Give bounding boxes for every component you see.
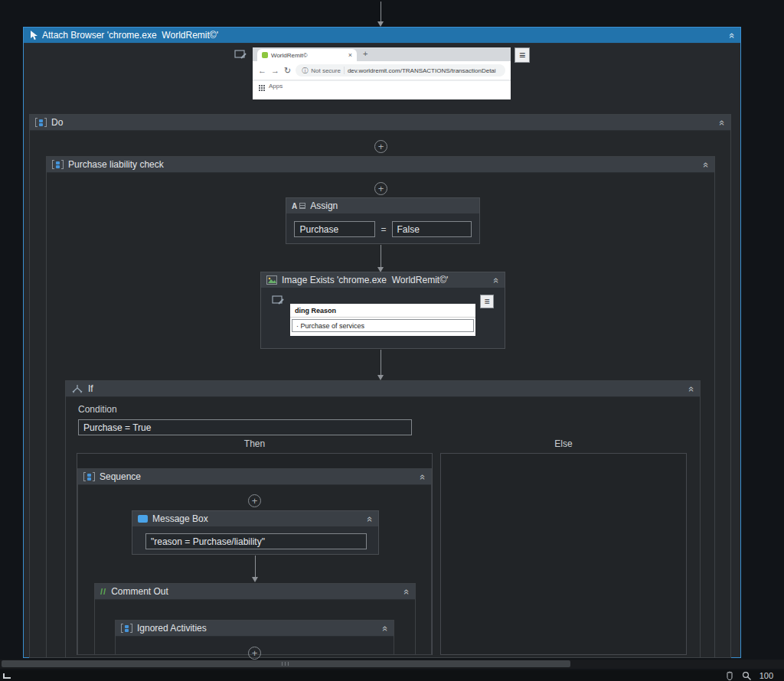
- sequence-icon: [35, 118, 47, 127]
- sequence-icon: [83, 472, 95, 481]
- assign-header[interactable]: A Assign: [286, 198, 479, 214]
- collapse-icon[interactable]: «: [402, 588, 412, 594]
- close-tab-icon: ×: [348, 51, 352, 59]
- attach-browser-title: Attach Browser 'chrome.exe WorldRemit©': [42, 30, 725, 41]
- workflow-designer: Attach Browser 'chrome.exe WorldRemit©' …: [0, 0, 784, 681]
- condition-input[interactable]: Purchase = True: [78, 419, 412, 435]
- connector-line: [381, 350, 381, 375]
- image-icon: [266, 275, 277, 285]
- connector-line: [381, 245, 381, 267]
- sequence-icon: [52, 160, 64, 169]
- if-header[interactable]: If «: [66, 381, 700, 397]
- activity-message-box: Message Box « "reason = Purchase/liabili…: [132, 510, 379, 555]
- message-text-field[interactable]: "reason = Purchase/liability": [145, 533, 367, 549]
- assign-value-field[interactable]: False: [392, 221, 472, 237]
- message-box-title: Message Box: [152, 513, 363, 524]
- sequence-header[interactable]: Sequence «: [78, 469, 431, 485]
- activity-image-exists: Image Exists 'chrome.exe WorldRemit©' « …: [260, 272, 505, 349]
- collapse-icon[interactable]: «: [687, 386, 697, 391]
- if-title: If: [88, 383, 684, 394]
- add-activity-button[interactable]: +: [374, 182, 387, 195]
- comment-slashes-icon: //: [100, 587, 106, 596]
- tab-title: WorldRemit©: [271, 52, 308, 59]
- purchase-check-title: Purchase liability check: [68, 159, 699, 170]
- assign-to-field[interactable]: Purchase: [294, 221, 375, 237]
- url-text: dev.worldremit.com/TRANSACTIONS/transact…: [348, 67, 496, 74]
- favicon: [262, 52, 268, 58]
- new-tab-icon: +: [363, 49, 368, 58]
- options-menu-button[interactable]: ≡: [514, 47, 530, 63]
- message-bubble-icon: [138, 515, 148, 523]
- horizontal-scrollbar[interactable]: [0, 660, 784, 669]
- pan-hand-icon[interactable]: [725, 671, 734, 680]
- browser-toolbar: ← → ↻ ⓘ Not secure dev.worldremit.com/TR…: [253, 61, 511, 80]
- collapse-icon[interactable]: «: [381, 625, 390, 630]
- refresh-icon: ↻: [284, 67, 291, 75]
- mouse-pointer-icon: [29, 30, 38, 41]
- collapse-icon[interactable]: «: [727, 32, 737, 37]
- scrollbar-thumb[interactable]: [2, 660, 570, 667]
- bookmarks-bar: Apps: [253, 80, 511, 90]
- browser-tab: WorldRemit© ×: [257, 49, 357, 61]
- ignored-activities-header[interactable]: Ignored Activities «: [116, 621, 394, 637]
- security-label: Not secure: [311, 67, 341, 74]
- if-branch-icon: [71, 384, 83, 394]
- add-activity-button[interactable]: +: [248, 494, 261, 507]
- attach-browser-header[interactable]: Attach Browser 'chrome.exe WorldRemit©' …: [24, 28, 740, 44]
- add-activity-button[interactable]: +: [248, 647, 261, 660]
- edit-selector-icon[interactable]: [272, 295, 285, 305]
- apps-grid-icon: [259, 85, 260, 86]
- else-label: Else: [440, 438, 687, 449]
- address-divider: [344, 67, 345, 74]
- collapse-icon[interactable]: «: [418, 474, 428, 479]
- connector-arrowhead: [377, 375, 384, 380]
- preview-option: · Purchase of services: [292, 319, 474, 332]
- preview-heading: ding Reason: [290, 304, 475, 318]
- collapse-icon[interactable]: «: [492, 277, 501, 282]
- browser-screenshot-preview: WorldRemit© × + ← → ↻ ⓘ Not secure dev.w…: [253, 47, 511, 99]
- options-menu-button[interactable]: ≡: [480, 295, 494, 308]
- connector-arrowhead: [377, 21, 384, 27]
- zoom-icon[interactable]: [742, 671, 752, 681]
- zoom-level[interactable]: 100: [760, 671, 773, 680]
- collapse-icon[interactable]: «: [717, 119, 727, 125]
- connector-line: [381, 2, 381, 22]
- image-target-preview: ding Reason · Purchase of services: [290, 304, 475, 336]
- do-header[interactable]: Do «: [30, 115, 730, 131]
- condition-label: Condition: [78, 404, 117, 415]
- equals-sign: =: [381, 224, 386, 235]
- browser-tabstrip: WorldRemit© × +: [253, 47, 511, 61]
- assign-title: Assign: [310, 200, 474, 211]
- forward-icon: →: [271, 67, 279, 75]
- do-title: Do: [51, 117, 715, 128]
- then-label: Then: [77, 438, 433, 449]
- collapse-icon[interactable]: «: [701, 161, 711, 167]
- comment-out-title: Comment Out: [111, 586, 400, 597]
- edit-selector-icon[interactable]: [234, 49, 247, 60]
- image-exists-title: Image Exists 'chrome.exe WorldRemit©': [282, 275, 489, 285]
- message-box-header[interactable]: Message Box «: [132, 511, 378, 527]
- activity-assign: A Assign Purchase = False: [286, 197, 480, 244]
- assign-body: Purchase = False: [286, 214, 479, 237]
- sequence-icon: [121, 624, 132, 633]
- address-bar: ⓘ Not secure dev.worldremit.com/TRANSACT…: [296, 64, 505, 77]
- assign-icon: A: [292, 202, 305, 210]
- purchase-check-header[interactable]: Purchase liability check «: [47, 157, 714, 173]
- apps-label: Apps: [269, 83, 283, 90]
- back-icon: ←: [258, 67, 266, 75]
- else-branch-dropzone[interactable]: [440, 453, 687, 655]
- add-activity-button[interactable]: +: [374, 140, 387, 153]
- status-bar: 100: [0, 670, 784, 681]
- ignored-activities-title: Ignored Activities: [137, 623, 378, 634]
- image-exists-header[interactable]: Image Exists 'chrome.exe WorldRemit©' «: [261, 272, 505, 288]
- comment-out-header[interactable]: // Comment Out «: [95, 584, 415, 600]
- collapse-icon[interactable]: «: [365, 516, 375, 521]
- connector-line: [255, 556, 256, 577]
- panel-corner-icon[interactable]: [3, 673, 11, 679]
- connector-arrowhead: [252, 577, 258, 582]
- sequence-title: Sequence: [100, 471, 416, 482]
- info-icon: ⓘ: [302, 67, 308, 75]
